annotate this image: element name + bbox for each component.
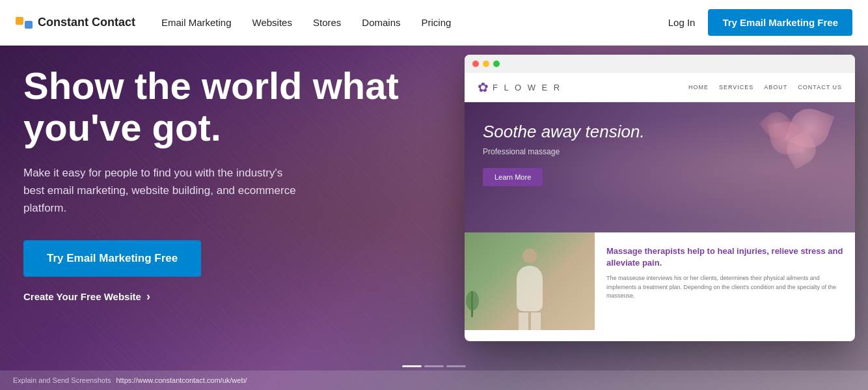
learn-more-button[interactable]: Learn More bbox=[483, 168, 543, 186]
mockup-nav-contact: CONTACT US bbox=[798, 84, 842, 91]
bottom-bar-url: https://www.constantcontact.com/uk/web/ bbox=[116, 376, 247, 384]
mockup-content: Massage therapists help to heal injuries… bbox=[465, 232, 855, 330]
nav-email-marketing[interactable]: Email Marketing bbox=[161, 17, 232, 28]
logo-text: Constant Contact bbox=[38, 16, 135, 29]
scroll-dot-2 bbox=[424, 365, 444, 367]
dot-green bbox=[493, 61, 500, 67]
mockup-image bbox=[465, 232, 595, 330]
flower-logo: ✿ F L O W E R bbox=[478, 79, 562, 95]
hero-content: Show the world what you've got. Make it … bbox=[23, 65, 401, 303]
mockup-text-content: Massage therapists help to heal injuries… bbox=[595, 232, 855, 330]
scroll-dot-1 bbox=[402, 365, 422, 367]
scroll-dot-3 bbox=[446, 365, 466, 367]
mockup-nav-services: SERVICES bbox=[719, 84, 753, 91]
nav-cta-button[interactable]: Try Email Marketing Free bbox=[708, 9, 852, 36]
mockup-content-title: Massage therapists help to heal injuries… bbox=[606, 245, 843, 269]
nav-actions: Log In Try Email Marketing Free bbox=[668, 9, 852, 36]
flower-name: F L O W E R bbox=[493, 83, 562, 92]
hero-secondary-label: Create Your Free Website bbox=[23, 291, 141, 302]
login-button[interactable]: Log In bbox=[668, 17, 696, 28]
hero-subtext: Make it easy for people to find you with… bbox=[23, 164, 303, 217]
bottom-bar: Explain and Send Screenshots https://www… bbox=[0, 370, 868, 390]
mockup-nav-about: ABOUT bbox=[764, 84, 787, 91]
nav-domains[interactable]: Domains bbox=[362, 17, 400, 28]
mockup-nav-home: HOME bbox=[688, 84, 709, 91]
dot-yellow bbox=[483, 61, 489, 67]
nav-pricing[interactable]: Pricing bbox=[422, 17, 452, 28]
mockup-hero-text: Soothe away tension. Professional massag… bbox=[483, 122, 645, 186]
hero-headline: Show the world what you've got. bbox=[23, 65, 401, 148]
mockup-hero-title: Soothe away tension. bbox=[483, 122, 645, 142]
mockup-window: ✿ F L O W E R HOME SERVICES ABOUT CONTAC… bbox=[465, 55, 855, 341]
bottom-bar-label: Explain and Send Screenshots bbox=[13, 376, 111, 384]
logo-icon bbox=[16, 17, 33, 29]
hero-section: Show the world what you've got. Make it … bbox=[0, 46, 868, 390]
plant-decoration bbox=[471, 291, 473, 317]
mockup-titlebar bbox=[465, 55, 855, 73]
mockup-content-body: The masseuse interviews his or her clien… bbox=[606, 274, 843, 301]
mockup-hero: Soothe away tension. Professional massag… bbox=[465, 102, 855, 232]
mockup-hero-sub: Professional massage bbox=[483, 147, 645, 156]
hero-secondary-link[interactable]: Create Your Free Website › bbox=[23, 290, 401, 303]
hero-cta-button[interactable]: Try Email Marketing Free bbox=[23, 240, 201, 277]
dot-red bbox=[472, 61, 479, 67]
nav-links: Email Marketing Websites Stores Domains … bbox=[161, 17, 668, 28]
person-figure bbox=[507, 245, 552, 330]
nav-websites[interactable]: Websites bbox=[252, 17, 292, 28]
mockup-nav: HOME SERVICES ABOUT CONTACT US bbox=[688, 84, 842, 91]
logo[interactable]: Constant Contact bbox=[16, 16, 135, 29]
navbar: Constant Contact Email Marketing Website… bbox=[0, 0, 868, 46]
mockup-site-header: ✿ F L O W E R HOME SERVICES ABOUT CONTAC… bbox=[465, 73, 855, 102]
nav-stores[interactable]: Stores bbox=[313, 17, 341, 28]
flower-icon: ✿ bbox=[478, 79, 489, 95]
chevron-right-icon: › bbox=[146, 290, 150, 303]
scroll-indicator bbox=[402, 365, 466, 367]
